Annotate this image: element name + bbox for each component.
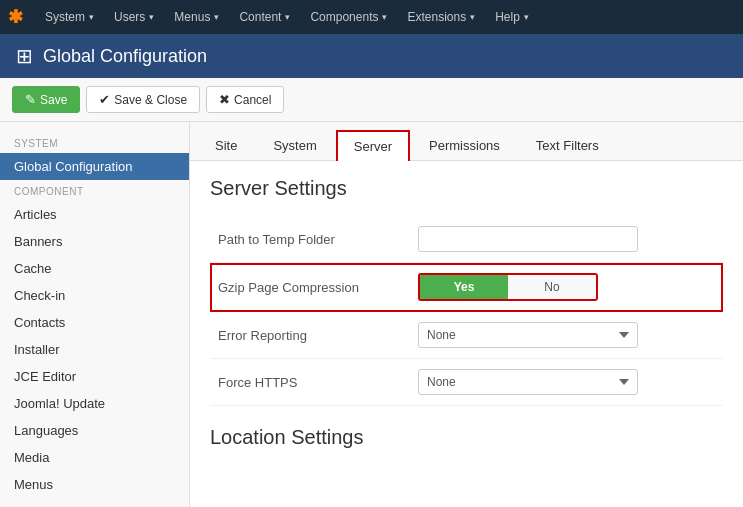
chevron-down-icon: ▾ — [214, 12, 219, 22]
cancel-icon: ✖ — [219, 92, 230, 107]
config-icon: ⊞ — [16, 44, 33, 68]
tab-text-filters[interactable]: Text Filters — [519, 130, 616, 160]
server-settings-form: Path to Temp Folder Gzip Page Compressio… — [210, 216, 723, 406]
force-https-row: Force HTTPS None Administrator Only Enti… — [210, 359, 723, 406]
sidebar-item-checkin[interactable]: Check-in — [0, 282, 189, 309]
server-settings-title: Server Settings — [210, 177, 723, 200]
joomla-logo-icon: ✱ — [8, 6, 23, 28]
chevron-down-icon: ▾ — [89, 12, 94, 22]
sidebar-item-joomla-update[interactable]: Joomla! Update — [0, 390, 189, 417]
page-title: Global Configuration — [43, 46, 207, 67]
tab-server[interactable]: Server — [336, 130, 410, 161]
location-settings-title: Location Settings — [210, 426, 723, 449]
check-icon: ✔ — [99, 92, 110, 107]
sidebar-item-cache[interactable]: Cache — [0, 255, 189, 282]
content-area: Site System Server Permissions Text Filt… — [190, 122, 743, 507]
path-temp-input[interactable] — [418, 226, 638, 252]
sidebar-item-menus[interactable]: Menus — [0, 471, 189, 498]
nav-content[interactable]: Content ▾ — [229, 0, 300, 34]
save-icon: ✎ — [25, 92, 36, 107]
page-title-bar: ⊞ Global Configuration — [0, 34, 743, 78]
gzip-toggle[interactable]: Yes No — [418, 273, 598, 301]
error-reporting-select[interactable]: None Simple Maximum — [418, 322, 638, 348]
save-button[interactable]: ✎ Save — [12, 86, 80, 113]
tab-permissions[interactable]: Permissions — [412, 130, 517, 160]
sidebar-item-jce-editor[interactable]: JCE Editor — [0, 363, 189, 390]
error-reporting-select-wrapper: None Simple Maximum — [418, 322, 638, 348]
gzip-field: Yes No — [410, 263, 723, 312]
nav-system[interactable]: System ▾ — [35, 0, 104, 34]
top-navbar: ✱ System ▾ Users ▾ Menus ▾ Content ▾ Com… — [0, 0, 743, 34]
chevron-down-icon: ▾ — [382, 12, 387, 22]
sidebar-item-messaging[interactable]: Messaging — [0, 498, 189, 507]
error-reporting-row: Error Reporting None Simple Maximum — [210, 312, 723, 359]
sidebar: SYSTEM Global Configuration COMPONENT Ar… — [0, 122, 190, 507]
component-section-label: COMPONENT — [0, 180, 189, 201]
sidebar-item-media[interactable]: Media — [0, 444, 189, 471]
tab-site[interactable]: Site — [198, 130, 254, 160]
gzip-row: Gzip Page Compression Yes No — [210, 263, 723, 312]
force-https-select-wrapper: None Administrator Only Entire Site — [418, 369, 638, 395]
cancel-button[interactable]: ✖ Cancel — [206, 86, 284, 113]
sidebar-item-articles[interactable]: Articles — [0, 201, 189, 228]
nav-extensions[interactable]: Extensions ▾ — [397, 0, 485, 34]
main-layout: SYSTEM Global Configuration COMPONENT Ar… — [0, 122, 743, 507]
system-section-label: SYSTEM — [0, 132, 189, 153]
toolbar: ✎ Save ✔ Save & Close ✖ Cancel — [0, 78, 743, 122]
gzip-label: Gzip Page Compression — [210, 263, 410, 312]
path-temp-label: Path to Temp Folder — [210, 216, 410, 263]
nav-menus[interactable]: Menus ▾ — [164, 0, 229, 34]
chevron-down-icon: ▾ — [524, 12, 529, 22]
gzip-yes-button[interactable]: Yes — [420, 275, 508, 299]
sidebar-item-global-config[interactable]: Global Configuration — [0, 153, 189, 180]
gzip-no-button[interactable]: No — [508, 275, 596, 299]
tabs-bar: Site System Server Permissions Text Filt… — [190, 122, 743, 161]
chevron-down-icon: ▾ — [470, 12, 475, 22]
tab-system[interactable]: System — [256, 130, 333, 160]
force-https-label: Force HTTPS — [210, 359, 410, 406]
path-temp-row: Path to Temp Folder — [210, 216, 723, 263]
nav-components[interactable]: Components ▾ — [300, 0, 397, 34]
sidebar-item-languages[interactable]: Languages — [0, 417, 189, 444]
force-https-field: None Administrator Only Entire Site — [410, 359, 723, 406]
error-reporting-field: None Simple Maximum — [410, 312, 723, 359]
save-close-button[interactable]: ✔ Save & Close — [86, 86, 200, 113]
sidebar-item-banners[interactable]: Banners — [0, 228, 189, 255]
chevron-down-icon: ▾ — [149, 12, 154, 22]
sidebar-item-contacts[interactable]: Contacts — [0, 309, 189, 336]
chevron-down-icon: ▾ — [285, 12, 290, 22]
nav-help[interactable]: Help ▾ — [485, 0, 539, 34]
nav-users[interactable]: Users ▾ — [104, 0, 164, 34]
force-https-select[interactable]: None Administrator Only Entire Site — [418, 369, 638, 395]
sidebar-item-installer[interactable]: Installer — [0, 336, 189, 363]
content-body: Server Settings Path to Temp Folder Gzip… — [190, 161, 743, 481]
path-temp-field — [410, 216, 723, 263]
error-reporting-label: Error Reporting — [210, 312, 410, 359]
